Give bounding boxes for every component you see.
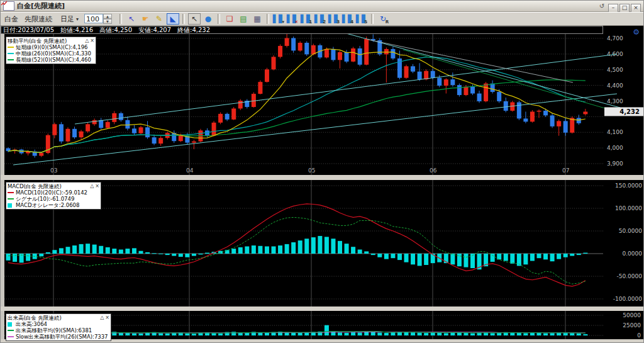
legend-title: 出来高(白金 先限連続) (8, 315, 99, 321)
indicator-window-2-icon-badge: 2 (323, 20, 326, 25)
legend-item-label: Slow出来高移動平均(26)(SMA):7337 (16, 334, 108, 340)
svg-text:-100.0000: -100.0000 (613, 296, 642, 302)
legend-close-button[interactable]: × (105, 315, 109, 321)
legend-item: MACD(10)(20)(C):-59.0142 (8, 189, 99, 196)
series-label: 先限連続 (25, 14, 52, 24)
legend-item: 中期線(26)(0)(SMA)(C):4,330 (8, 50, 94, 57)
legend-swatch (8, 336, 14, 337)
svg-text:100.0000: 100.0000 (615, 205, 642, 211)
legend-swatch (8, 192, 14, 193)
legend-close-button[interactable]: × (90, 38, 94, 44)
bars-count-spinner[interactable]: 100 ▲ ▼ (84, 14, 112, 24)
legend-item-label: 長期線(52)(0)(SMA)(C):4,460 (16, 57, 91, 63)
svg-text:4,500: 4,500 (607, 67, 623, 73)
legend-collapse-button[interactable]: △ (90, 183, 94, 189)
toolbar-separator (119, 14, 122, 24)
grid-table-icon[interactable]: ▦ (251, 13, 264, 25)
chart-region: 4,7004,6004,5004,4004,3004,1004,0003,900… (1, 26, 643, 342)
legend-swatch (8, 322, 12, 327)
legend-item: 長期線(52)(0)(SMA)(C):4,460 (8, 57, 94, 63)
indicator-window-4-icon[interactable]: ▌▋4 (341, 13, 354, 25)
ohlc-field: 安値:4,207 (138, 26, 171, 35)
chart-type-icon-badge: ▾ (282, 20, 285, 25)
legend-swatch (8, 53, 14, 54)
svg-text:04: 04 (186, 167, 194, 174)
chevron-down-icon: ▾ (76, 16, 79, 22)
svg-text:25000: 25000 (623, 322, 641, 329)
title-bar: 白金[先限連続] ⊘↺⊞ –□× (1, 1, 643, 12)
indicator-window-3-icon-badge: 3 (336, 20, 340, 25)
chart-application-window: 白金[先限連続] ⊘↺⊞ –□× 白金 先限連続 日足 ▾ 100 ▲ ▼ ↖☛… (0, 0, 644, 343)
refresh-icon[interactable]: ↻R (377, 13, 389, 25)
legend-item: 短期線(9)(0)(SMA)(C):4,196 (8, 44, 94, 50)
chart-type-icon[interactable]: ▌▋▾ (272, 13, 285, 25)
legend-item-label: 出来高:3064 (16, 321, 47, 327)
svg-text:3,900: 3,900 (607, 160, 623, 167)
pencil-tool-icon[interactable]: ✎ (153, 13, 165, 25)
toolbar-separator (267, 14, 269, 24)
legend-item: Slow出来高移動平均(26)(SMA):7337 (8, 334, 109, 340)
svg-text:50000: 50000 (623, 312, 641, 318)
main-toolbar: 白金 先限連続 日足 ▾ 100 ▲ ▼ ↖☛✎◣↖●❏▤▦▌▋▾▌▋✕▌▋1▌… (1, 12, 643, 26)
bars-count-value[interactable]: 100 (84, 14, 103, 23)
legend-item: MACDオシレータ:2.0608 (8, 202, 99, 208)
delete-indicator-icon[interactable]: ▌▋✕ (286, 13, 299, 25)
crosshair-select-icon[interactable]: ↖ (188, 13, 201, 25)
legend-swatch (8, 330, 14, 331)
legend-swatch (8, 198, 14, 200)
window-title: 白金[先限連続] (17, 1, 65, 11)
legend-item-label: 短期線(9)(0)(SMA)(C):4,196 (16, 44, 88, 50)
timeframe-dropdown[interactable]: 日足 ▾ (58, 14, 80, 25)
legend-item-label: MACDオシレータ:2.0608 (16, 202, 79, 208)
window-buttons: –□× (607, 0, 641, 13)
indicator-window-3-icon[interactable]: ▌▋3 (328, 13, 340, 25)
svg-text:0.0000: 0.0000 (623, 250, 643, 257)
legend-collapse-button[interactable]: △ (85, 38, 89, 44)
svg-text:05: 05 (308, 167, 315, 174)
legend-title: 移動平均(白金 先限連続) (8, 38, 84, 44)
spinner-down-icon[interactable]: ▼ (103, 19, 112, 24)
svg-text:4,000: 4,000 (607, 145, 623, 151)
svg-text:4,400: 4,400 (607, 82, 623, 89)
indicator-window-5-icon[interactable]: ▌▋5 (355, 13, 368, 25)
quote-table-icon[interactable]: ▤ (237, 13, 250, 25)
close-button[interactable]: × (631, 4, 641, 13)
indicator-window-1-icon[interactable]: ▌▋1 (300, 13, 313, 25)
legend-item: 出来高:3064 (8, 321, 109, 327)
settings-wrench-icon[interactable]: ⚙ (633, 28, 640, 37)
legend-title: MACD(白金 先限連続) (8, 183, 89, 189)
legend-swatch (8, 47, 14, 48)
tool-icons: ↖☛✎◣↖●❏▤▦▌▋▾▌▋✕▌▋1▌▋2▌▋3▌▋4▌▋5↻R (125, 13, 390, 25)
svg-text:4,700: 4,700 (607, 35, 623, 42)
svg-text:0: 0 (637, 332, 641, 339)
legend-close-button[interactable]: × (95, 183, 99, 189)
legend-swatch (8, 203, 12, 208)
legend-item-label: 出来高移動平均(9)(SMA):6381 (16, 327, 92, 334)
spinner-up-icon[interactable]: ▲ (103, 14, 112, 19)
svg-text:4,600: 4,600 (607, 51, 623, 57)
measure-tool-icon[interactable]: ◣ (167, 13, 179, 25)
minimize-button[interactable]: – (608, 4, 618, 13)
ohlc-field: 始値:4,216 (60, 26, 93, 35)
svg-text:03: 03 (50, 167, 57, 174)
select-cursor-icon[interactable]: ↖ (125, 13, 138, 25)
hand-tool-icon[interactable]: ☛ (139, 13, 152, 25)
ohlc-field: 日付:2023/07/05 (3, 26, 54, 35)
legend-item-label: 中期線(26)(0)(SMA)(C):4,330 (16, 50, 91, 57)
svg-text:50.0000: 50.0000 (619, 228, 642, 234)
maximize-button[interactable]: □ (619, 4, 630, 13)
legend-item-label: MACD(10)(20)(C):-59.0142 (16, 189, 87, 196)
reload-icon[interactable]: ↺ (597, 2, 607, 11)
new-chart-window-icon[interactable]: ❏ (223, 13, 236, 25)
macd-legend: MACD(白金 先限連続)△×MACD(10)(20)(C):-59.0142シ… (6, 182, 101, 210)
ohlc-field: 終値:4,232 (177, 26, 210, 35)
svg-text:06: 06 (430, 167, 437, 174)
svg-text:4,100: 4,100 (607, 129, 623, 135)
indicator-window-2-icon[interactable]: ▌▋2 (314, 13, 326, 25)
indicator-window-5-icon-badge: 5 (364, 20, 367, 25)
legend-collapse-button[interactable]: △ (100, 315, 104, 321)
toolbar-separator (182, 14, 185, 24)
navigate-icon[interactable]: ● (202, 13, 214, 25)
svg-text:4,232: 4,232 (619, 108, 640, 115)
legend-item: シグナル(10):-61.0749 (8, 196, 99, 202)
